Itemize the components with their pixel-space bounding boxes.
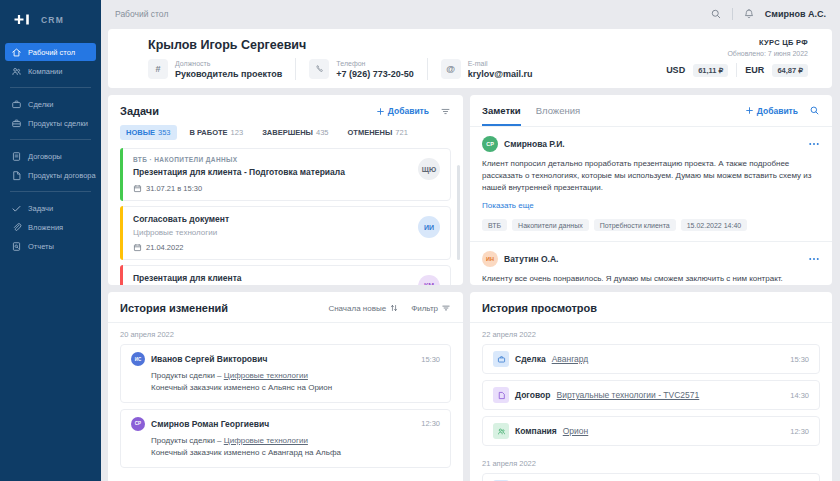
filter-icon[interactable] xyxy=(440,106,451,117)
view-time: 12:30 xyxy=(790,427,809,436)
view-row[interactable]: Сделка Альянс 13:51 xyxy=(482,473,820,481)
task-title: Презентация для клиента - Подготовка мат… xyxy=(133,167,363,178)
show-more-link[interactable]: Показать еще xyxy=(482,201,534,210)
briefcase-icon xyxy=(11,99,22,110)
sidebar-item-tasks[interactable]: Задачи xyxy=(5,199,96,217)
field-label: Телефон xyxy=(336,60,413,67)
note-item: СР Смирнова Р.И. Клиент попросил детальн… xyxy=(470,127,832,242)
phone-icon xyxy=(309,59,329,79)
sort-button[interactable]: Сначала новые xyxy=(328,303,399,313)
filter-button[interactable]: Фильтр xyxy=(411,303,451,313)
sidebar-item-contracts[interactable]: Договоры xyxy=(5,147,96,165)
view-link[interactable]: Орион xyxy=(563,426,589,436)
entry-link[interactable]: Цифровые технологии xyxy=(224,436,308,445)
tasks-scrollbar[interactable] xyxy=(457,165,460,260)
field-value: krylov@mail.ru xyxy=(468,69,533,79)
topbar-divider xyxy=(732,8,733,20)
profile-position: # Должность Руководитель проектов xyxy=(148,59,282,79)
add-note-button[interactable]: Добавить xyxy=(745,106,798,116)
task-card[interactable]: Согласовать документ Цифровые технологии… xyxy=(120,206,451,259)
entry-text: Конечный заказчик изменено с Альянс на О… xyxy=(151,383,332,392)
email-icon: @ xyxy=(441,59,461,79)
group-date: 15 апреля 2022 xyxy=(108,474,463,481)
view-link[interactable]: Авангард xyxy=(552,354,589,364)
view-row[interactable]: Договор Виртуальные технологии - TVC2571… xyxy=(482,380,820,410)
contract-icon xyxy=(493,387,509,403)
sidebar-item-dashboard[interactable]: Рабочий стол xyxy=(5,43,96,61)
views-title: История просмотров xyxy=(482,302,597,314)
note-text: Клиент попросил детально проработать пре… xyxy=(482,158,820,194)
add-task-button[interactable]: Добавить xyxy=(376,106,429,116)
usd-label: USD xyxy=(666,65,685,75)
note-tag: Потребности клиента xyxy=(594,219,676,231)
sidebar-item-reports[interactable]: Отчеты xyxy=(5,237,96,255)
bell-icon[interactable] xyxy=(743,8,755,20)
task-tag: ВТБ · НАКОПИТЕЛИ ДАННЫХ xyxy=(133,156,440,163)
tab-attachments[interactable]: Вложения xyxy=(536,105,581,124)
tab-count: 435 xyxy=(316,128,329,137)
tab-cancelled[interactable]: ОТМЕНЕНЫ 721 xyxy=(341,125,413,140)
entry-link[interactable]: Цифровые технологии xyxy=(224,371,308,380)
view-history-panel: История просмотров 22 апреля 2022 Сделка… xyxy=(470,292,832,481)
content: Крылов Игорь Сергеевич # Должность Руков… xyxy=(101,28,840,481)
task-card[interactable]: Презентация для клиента Системные устрой… xyxy=(120,265,451,285)
avatar: КМ xyxy=(418,275,440,285)
page-title: Рабочий стол xyxy=(115,9,168,19)
avatar: ИС xyxy=(131,352,145,366)
avatar: ЩЮ xyxy=(418,158,440,180)
view-type: Договор xyxy=(515,390,550,400)
logo-label: CRM xyxy=(41,15,64,25)
tab-completed[interactable]: ЗАВЕРШЕНЫ 435 xyxy=(256,125,334,140)
plus-icon xyxy=(745,106,754,115)
sidebar-item-deal-products[interactable]: Продукты сделки xyxy=(5,114,96,132)
more-menu-icon[interactable] xyxy=(808,140,820,148)
field-label: Должность xyxy=(175,60,282,67)
rates-divider xyxy=(736,63,737,77)
avatar: СР xyxy=(131,417,145,431)
change-history-panel: История изменений Сначала новые Фильтр xyxy=(108,292,463,481)
more-menu-icon[interactable] xyxy=(808,255,820,263)
task-tabs: НОВЫЕ 353 В РАБОТЕ 123 ЗАВЕРШЕНЫ 435 ОТМ… xyxy=(108,125,463,148)
sidebar-item-deals[interactable]: Сделки xyxy=(5,95,96,113)
tab-label: ЗАВЕРШЕНЫ xyxy=(262,128,313,137)
note-text: Клиенту все очень понравилось. Я думаю м… xyxy=(482,273,820,285)
tab-count: 353 xyxy=(158,128,171,137)
tab-notes[interactable]: Заметки xyxy=(482,105,521,126)
company-icon xyxy=(493,423,509,439)
profile-card: Крылов Игорь Сергеевич # Должность Руков… xyxy=(108,29,832,88)
tab-new[interactable]: НОВЫЕ 353 xyxy=(120,125,177,140)
user-menu[interactable]: Смирнов А.С. xyxy=(765,9,826,19)
search-notes-icon[interactable] xyxy=(809,105,820,116)
tab-label: В РАБОТЕ xyxy=(190,128,228,137)
entry-text: Продукты сделки – xyxy=(151,371,224,380)
app-logo: CRM xyxy=(0,0,101,42)
document-icon xyxy=(11,151,22,162)
view-type: Компания xyxy=(515,426,557,436)
view-link[interactable]: Виртуальные технологии - TVC2571 xyxy=(556,390,699,400)
tab-in-progress[interactable]: В РАБОТЕ 123 xyxy=(184,125,250,140)
view-row[interactable]: Сделка Авангард 15:30 xyxy=(482,344,820,374)
sidebar-item-label: Продукты договора xyxy=(28,171,96,180)
task-card[interactable]: ВТБ · НАКОПИТЕЛИ ДАННЫХ Презентация для … xyxy=(120,148,451,201)
sidebar-item-contract-products[interactable]: Продукты договора xyxy=(5,166,96,184)
search-icon[interactable] xyxy=(710,8,722,20)
rates-updated: Обновлено: 7 июня 2022 xyxy=(666,50,808,57)
sidebar-item-label: Компании xyxy=(28,67,62,76)
rates-title: КУРС ЦБ РФ xyxy=(666,38,808,47)
change-entry[interactable]: ИС Иванов Сергей Викторович 15:30 Продук… xyxy=(120,344,451,403)
sidebar-item-companies[interactable]: Компании xyxy=(5,62,96,80)
sidebar-item-attachments[interactable]: Вложения xyxy=(5,218,96,236)
sidebar-item-label: Продукты сделки xyxy=(28,119,88,128)
sidebar-item-label: Договоры xyxy=(28,152,62,161)
change-entry[interactable]: СР Смирнов Роман Георгиевич 12:30 Продук… xyxy=(120,409,451,468)
sidebar: CRM Рабочий стол Компании Сделки Продукт… xyxy=(0,0,101,481)
group-date: 20 апреля 2022 xyxy=(108,323,463,344)
view-row[interactable]: Компания Орион 12:30 xyxy=(482,416,820,446)
entry-text: Продукты сделки – xyxy=(151,436,224,445)
task-date: 31.07.21 в 15:30 xyxy=(146,184,202,193)
note-tag: ВТБ xyxy=(482,219,507,231)
home-icon xyxy=(11,47,22,58)
field-divider xyxy=(295,58,296,80)
sidebar-item-label: Задачи xyxy=(28,204,53,213)
avatar: СР xyxy=(482,136,498,152)
